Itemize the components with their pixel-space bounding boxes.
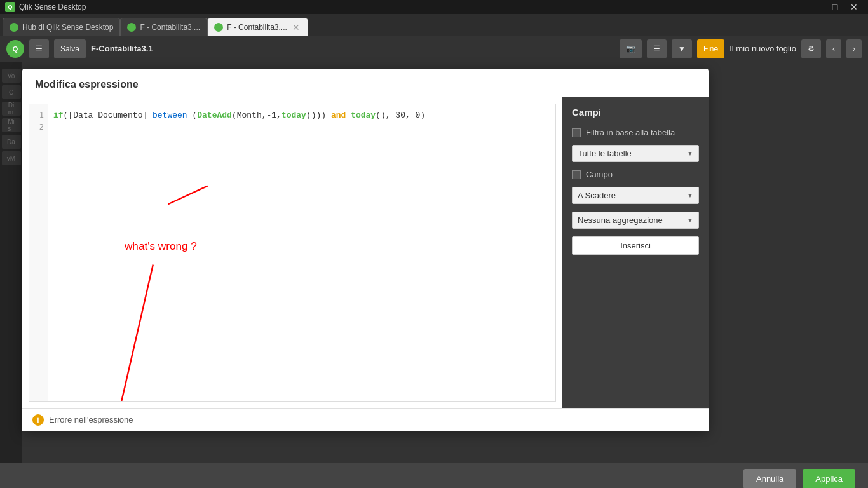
- field-row: Campo: [572, 170, 699, 179]
- cancel-button[interactable]: Annulla: [743, 469, 796, 488]
- sheet-label: Il mio nuovo foglio: [729, 44, 796, 53]
- tab-icon-hub: [10, 23, 18, 32]
- table-dropdown-arrow: ▼: [687, 150, 693, 157]
- app-logo: Q: [6, 40, 24, 58]
- browser-tabs: Hub di Qlik Sense Desktop F - Contabilit…: [0, 14, 868, 36]
- code-editor[interactable]: 1 2 if([Data Documento] between (DateAdd…: [22, 97, 562, 408]
- field-dropdown[interactable]: A Scadere ▼: [572, 187, 699, 204]
- aggregation-dropdown-value: Nessuna aggregazione: [578, 215, 663, 225]
- app-toolbar: Q ☰ Salva F-Contabilita3.1 📷 ☰ ▼ Fine Il…: [0, 36, 868, 62]
- settings-button[interactable]: ⚙: [801, 39, 821, 58]
- tab-label-file1: F - Contabilita3....: [140, 23, 200, 32]
- tab-icon-file2: [214, 23, 223, 32]
- aggregation-dropdown-arrow: ▼: [687, 217, 693, 224]
- bottom-bar: Annulla Applica: [0, 463, 868, 488]
- window-title: Qlik Sense Desktop: [19, 3, 86, 11]
- insert-button[interactable]: Inserisci: [572, 236, 699, 255]
- apply-button[interactable]: Applica: [803, 469, 855, 488]
- minimize-button[interactable]: –: [807, 0, 825, 14]
- forward-button[interactable]: ›: [846, 39, 862, 58]
- field-checkbox[interactable]: [572, 170, 581, 179]
- nav-button[interactable]: ▼: [672, 39, 692, 58]
- file-title: F-Contabilita3.1: [91, 44, 614, 53]
- line-numbers: 1 2: [29, 104, 48, 401]
- error-text: Errore nell'espressione: [49, 415, 133, 424]
- main-area: Vo C Dim Mis Da vM Modifica espressione …: [0, 62, 868, 463]
- dialog-header: Modifica espressione: [22, 69, 709, 97]
- table-dropdown-value: Tutte le tabelle: [578, 149, 632, 158]
- tab-file2[interactable]: F - Contabilita3.... ✕: [207, 18, 308, 36]
- expression-dialog: Modifica espressione 1 2 if([Data Docume…: [22, 69, 709, 431]
- table-dropdown[interactable]: Tutte le tabelle ▼: [572, 145, 699, 162]
- field-dropdown-arrow: ▼: [687, 192, 693, 199]
- code-content[interactable]: if([Data Documento] between (DateAdd(Mon…: [48, 104, 555, 401]
- error-icon: i: [32, 414, 44, 426]
- title-bar: Q Qlik Sense Desktop – □ ✕: [0, 0, 868, 14]
- code-editor-inner[interactable]: 1 2 if([Data Documento] between (DateAdd…: [29, 104, 556, 402]
- field-dropdown-value: A Scadere: [578, 191, 616, 200]
- save-button[interactable]: Salva: [54, 39, 86, 58]
- close-button[interactable]: ✕: [845, 0, 863, 14]
- filter-checkbox[interactable]: [572, 128, 581, 137]
- tab-icon-file1: [127, 23, 136, 32]
- menu-button[interactable]: ☰: [29, 39, 49, 58]
- dialog-title: Modifica espressione: [35, 79, 139, 90]
- right-panel: Campi Filtra in base alla tabella Tutte …: [562, 97, 709, 408]
- error-bar: i Errore nell'espressione: [22, 408, 709, 431]
- app-icon: Q: [5, 2, 15, 12]
- tab-label-hub: Hub di Qlik Sense Desktop: [22, 23, 113, 32]
- fine-button[interactable]: Fine: [697, 39, 724, 58]
- aggregation-dropdown[interactable]: Nessuna aggregazione ▼: [572, 212, 699, 229]
- camera-button[interactable]: 📷: [620, 39, 642, 58]
- back-button[interactable]: ‹: [826, 39, 841, 58]
- tab-file1[interactable]: F - Contabilita3....: [120, 18, 207, 36]
- maximize-button[interactable]: □: [826, 0, 844, 14]
- tab-close-icon[interactable]: ✕: [291, 22, 301, 32]
- tab-hub[interactable]: Hub di Qlik Sense Desktop: [3, 18, 120, 36]
- filter-label: Filtra in base alla tabella: [586, 128, 675, 137]
- panel-title: Campi: [572, 107, 699, 118]
- field-label: Campo: [586, 170, 613, 179]
- dialog-overlay: Modifica espressione 1 2 if([Data Docume…: [0, 62, 868, 463]
- filter-row: Filtra in base alla tabella: [572, 128, 699, 137]
- tab-label-file2: F - Contabilita3....: [227, 23, 287, 32]
- dialog-body: 1 2 if([Data Documento] between (DateAdd…: [22, 97, 709, 408]
- layout-button[interactable]: ☰: [647, 39, 667, 58]
